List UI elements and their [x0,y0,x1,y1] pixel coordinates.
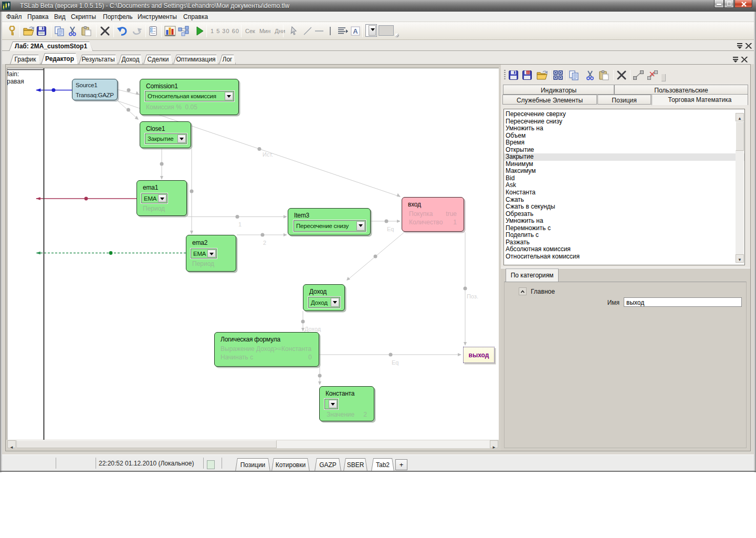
svg-text:Main:: Main: [7,70,19,78]
svg-text:1: 1 [238,221,242,227]
svg-text:Доход: Доход [304,326,321,332]
svg-text:Eq: Eq [392,359,398,366]
svg-text:правая: правая [7,78,24,85]
svg-text:A: A [353,27,358,35]
svg-text:Ист.: Ист. [262,151,273,158]
svg-text:Поз.: Поз. [467,293,478,299]
svg-text:2: 2 [263,240,266,246]
svg-text:Eq: Eq [387,226,394,232]
